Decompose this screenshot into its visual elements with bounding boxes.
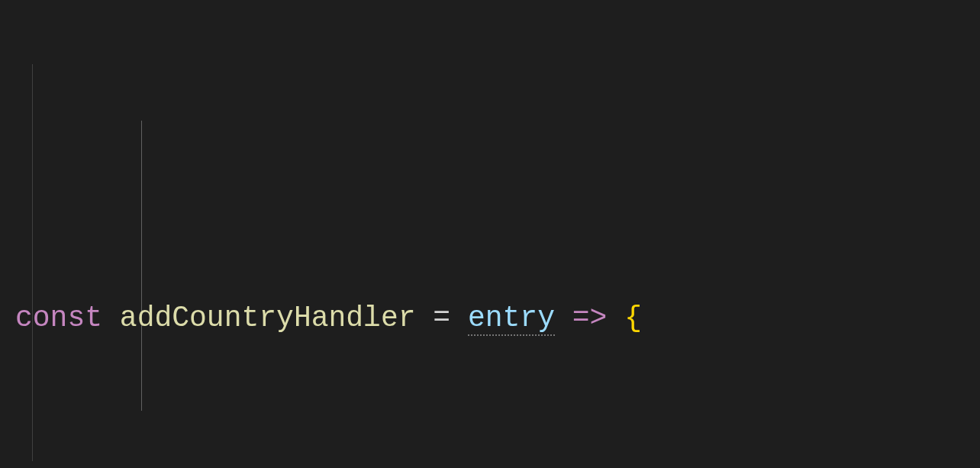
code-editor[interactable]: const addCountryHandler = entry => { con… [15, 8, 965, 468]
arrow-operator: => [572, 302, 608, 334]
operator-equals: = [433, 302, 450, 334]
indent-guide-1 [32, 64, 33, 461]
code-line-2: const rectDimensions = { [15, 460, 965, 468]
code-line-1: const addCountryHandler = entry => { [15, 290, 965, 347]
open-brace: { [624, 302, 642, 334]
parameter: entry [468, 302, 555, 336]
function-name: addCountryHandler [120, 302, 416, 334]
keyword-const: const [15, 302, 102, 334]
indent-guide-2 [141, 121, 142, 411]
